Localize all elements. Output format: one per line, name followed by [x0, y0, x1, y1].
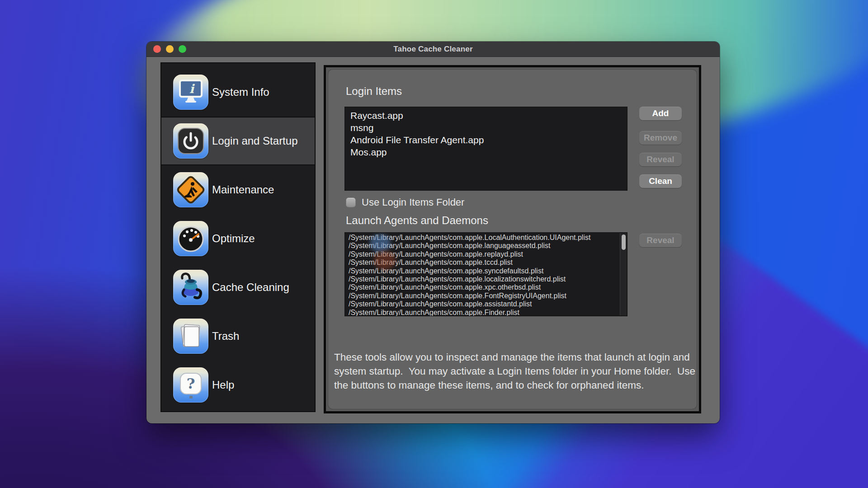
sidebar-item-trash[interactable]: Trash: [161, 312, 315, 361]
remove-button[interactable]: Remove: [639, 131, 682, 145]
launch-agent-row[interactable]: /System/Library/LaunchAgents/com.apple.F…: [345, 309, 627, 316]
launch-agent-row[interactable]: /System/Library/LaunchAgents/com.apple.x…: [345, 283, 627, 291]
launch-agent-row[interactable]: /System/Library/LaunchAgents/com.apple.l…: [345, 275, 627, 283]
clean-button[interactable]: Clean: [639, 174, 682, 188]
launch-agent-row[interactable]: /System/Library/LaunchAgents/com.apple.a…: [345, 300, 627, 308]
power-icon: [173, 123, 208, 159]
sidebar-item-label: Trash: [212, 330, 239, 343]
launch-agents-list[interactable]: /System/Library/LaunchAgents/com.apple.L…: [344, 232, 627, 316]
reveal-button[interactable]: Reveal: [639, 153, 682, 166]
reveal-launch-agent-button[interactable]: Reveal: [639, 234, 682, 247]
login-item[interactable]: Mos.app: [345, 146, 627, 158]
launch-agent-row[interactable]: /System/Library/LaunchAgents/com.apple.F…: [345, 292, 627, 300]
launch-agents-title: Launch Agents and Daemons: [346, 214, 488, 227]
sidebar-item-label: Cache Cleaning: [212, 281, 289, 294]
sidebar-item-system-info[interactable]: iSystem Info: [161, 68, 315, 117]
login-item[interactable]: Raycast.app: [345, 109, 627, 122]
login-item[interactable]: Android File Transfer Agent.app: [345, 134, 627, 146]
use-login-items-folder-label: Use Login Items Folder: [362, 197, 464, 208]
sidebar-item-label: Maintenance: [212, 183, 274, 196]
titlebar[interactable]: Tahoe Cache Cleaner: [146, 42, 720, 57]
login-items-title: Login Items: [346, 85, 402, 98]
sidebar-item-login-and-startup[interactable]: Login and Startup: [161, 117, 315, 165]
trash-icon: [173, 319, 208, 354]
sidebar-item-label: Optimize: [212, 232, 255, 245]
svg-text:?: ?: [187, 375, 195, 392]
scrollbar-thumb[interactable]: [622, 235, 626, 250]
cache-cleaning-icon: [173, 270, 208, 305]
add-button[interactable]: Add: [639, 107, 682, 120]
sidebar-item-cache-cleaning[interactable]: Cache Cleaning: [161, 263, 315, 312]
login-item[interactable]: msng: [345, 122, 627, 134]
sidebar-item-label: System Info: [212, 86, 269, 99]
main-background: Login Items Raycast.appmsngAndroid File …: [326, 67, 699, 411]
scrollbar-track[interactable]: [620, 233, 627, 315]
sidebar-item-optimize[interactable]: Optimize: [161, 214, 315, 263]
sidebar: iSystem InfoLogin and StartupMaintenance…: [160, 62, 316, 412]
maintenance-icon: [173, 172, 208, 207]
login-startup-panel: Login Items Raycast.appmsngAndroid File …: [328, 70, 697, 409]
watermark-blue-dot: [370, 234, 391, 252]
use-login-items-folder-checkbox[interactable]: [346, 197, 356, 207]
system-info-icon: i: [173, 75, 208, 110]
help-icon: ?: [173, 367, 208, 403]
description-text: These tools allow you to inspect and man…: [334, 350, 696, 392]
app-window: Tahoe Cache Cleaner iSystem InfoLogin an…: [146, 42, 720, 423]
sidebar-item-maintenance[interactable]: Maintenance: [161, 165, 315, 214]
use-login-items-folder-row: Use Login Items Folder: [346, 197, 464, 208]
optimize-icon: [173, 221, 208, 256]
login-items-list[interactable]: Raycast.appmsngAndroid File Transfer Age…: [344, 107, 627, 191]
sidebar-item-label: Login and Startup: [212, 135, 297, 147]
window-title: Tahoe Cache Cleaner: [146, 42, 720, 57]
main-area: Login Items Raycast.appmsngAndroid File …: [324, 65, 701, 413]
watermark-brown-dot: [374, 251, 396, 270]
sidebar-item-help[interactable]: ?Help: [161, 361, 315, 409]
sidebar-item-label: Help: [212, 379, 234, 391]
